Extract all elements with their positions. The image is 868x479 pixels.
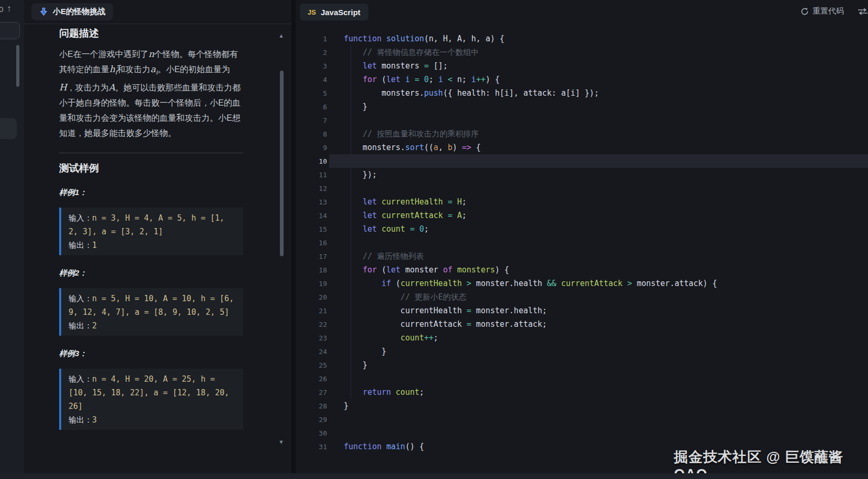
code-text: currentAttack = monster.attack; xyxy=(344,320,547,329)
sidebar-scrollbar-thumb[interactable] xyxy=(16,45,19,87)
line-number: 16 xyxy=(296,239,327,247)
line-number: 22 xyxy=(296,321,327,328)
swap-arrows-icon xyxy=(857,7,868,16)
code-text: }); xyxy=(344,170,377,179)
language-label: JavaScript xyxy=(321,8,360,17)
line-number: 13 xyxy=(296,198,327,206)
bottom-strip xyxy=(0,473,868,479)
problem-panel: 小E的怪物挑战 问题描述 小E在一个游戏中遇到了n个怪物。每个怪物都有其特定的血… xyxy=(24,0,291,479)
code-editor-panel: JS JavaScript 重置代码 1function solution(n,… xyxy=(296,0,868,479)
code-line[interactable]: 28} xyxy=(296,399,868,413)
code-text: // 按照血量和攻击力的乘积排序 xyxy=(344,129,479,139)
code-line[interactable]: 8 // 按照血量和攻击力的乘积排序 xyxy=(296,127,868,141)
line-number: 9 xyxy=(296,144,327,152)
line-number: 30 xyxy=(296,429,327,437)
code-line[interactable]: 27 return count; xyxy=(296,385,868,399)
code-text: let currentHealth = H; xyxy=(344,197,467,207)
code-line[interactable]: 30 xyxy=(296,426,868,440)
code-text: for (let monster of monsters) { xyxy=(344,265,509,275)
line-number: 31 xyxy=(296,443,327,451)
js-language-icon: JS xyxy=(308,8,316,16)
code-line[interactable]: 23 count++; xyxy=(296,331,868,345)
code-line[interactable]: 29 xyxy=(296,413,868,426)
code-text: function solution(n, H, A, h, a) { xyxy=(344,34,504,43)
math-variable: n xyxy=(149,49,154,59)
sample-label: 样例1： xyxy=(59,188,243,198)
reset-code-button[interactable]: 重置代码 xyxy=(801,6,844,16)
problem-paragraph: 小E在一个游戏中遇到了n个怪物。每个怪物都有其特定的血量hi和攻击力ai。小E的… xyxy=(59,47,243,141)
code-text: // 将怪物信息存储在一个数组中 xyxy=(344,48,479,58)
code-line[interactable]: 5 monsters.push({ health: h[i], attack: … xyxy=(296,86,868,100)
code-line[interactable]: 11 }); xyxy=(296,168,868,181)
code-text: monsters.push({ health: h[i], attack: a[… xyxy=(344,88,599,98)
code-area[interactable]: 1function solution(n, H, A, h, a) {2 // … xyxy=(296,32,868,453)
code-line[interactable]: 13 let currentHealth = H; xyxy=(296,195,868,209)
sample-io-row: 输入：n = 5, H = 10, A = 10, h = [6, 9, 12,… xyxy=(69,292,236,319)
line-number: 26 xyxy=(296,375,327,383)
sidebar-item-partial[interactable] xyxy=(0,118,17,139)
samples-heading: 测试样例 xyxy=(59,162,243,175)
math-variable: hi xyxy=(109,64,117,74)
line-number: 3 xyxy=(296,62,327,70)
code-line[interactable]: 20 // 更新小E的状态 xyxy=(296,290,868,304)
line-number: 7 xyxy=(296,117,327,124)
code-text: currentHealth = monster.health; xyxy=(344,306,547,315)
problem-title: 小E的怪物挑战 xyxy=(53,7,105,17)
code-line[interactable]: 21 currentHealth = monster.health; xyxy=(296,304,868,317)
line-number: 11 xyxy=(296,171,327,179)
line-number: 14 xyxy=(296,212,327,220)
code-line[interactable]: 2 // 将怪物信息存储在一个数组中 xyxy=(296,45,868,59)
code-text: let count = 0; xyxy=(344,224,429,234)
line-number: 12 xyxy=(296,185,327,192)
math-variable: A xyxy=(109,82,115,93)
sample-label: 样例3： xyxy=(59,349,243,359)
line-number: 5 xyxy=(296,89,327,97)
sidebar-button-partial[interactable] xyxy=(0,22,20,39)
code-line[interactable]: 10 xyxy=(296,154,868,168)
code-text: count++; xyxy=(344,333,438,343)
code-line[interactable]: 17 // 遍历怪物列表 xyxy=(296,249,868,263)
code-line[interactable]: 12 xyxy=(296,181,868,195)
language-selector[interactable]: JS JavaScript xyxy=(300,4,368,20)
collapse-section-icon[interactable]: ▲ xyxy=(278,33,284,39)
code-line[interactable]: 6 } xyxy=(296,100,868,113)
problem-scrollbar-thumb[interactable] xyxy=(280,71,284,256)
code-text: function main() { xyxy=(344,442,424,451)
line-number: 1 xyxy=(296,35,327,43)
sample-io-row: 输出：3 xyxy=(69,413,236,427)
format-code-button[interactable] xyxy=(857,7,868,16)
code-line[interactable]: 4 for (let i = 0; i < n; i++) { xyxy=(296,73,868,86)
problem-content: 问题描述 小E在一个游戏中遇到了n个怪物。每个怪物都有其特定的血量hi和攻击力a… xyxy=(59,24,243,430)
code-line[interactable]: 3 let monsters = []; xyxy=(296,59,868,73)
code-line[interactable]: 19 if (currentHealth > monster.health &&… xyxy=(296,277,868,290)
code-line[interactable]: 9 monsters.sort((a, b) => { xyxy=(296,141,868,154)
section-divider xyxy=(59,153,243,153)
line-number: 4 xyxy=(296,76,327,84)
code-line[interactable]: 22 currentAttack = monster.attack; xyxy=(296,317,868,331)
line-number: 18 xyxy=(296,266,327,274)
problem-tab[interactable]: 小E的怪物挑战 xyxy=(31,3,113,20)
code-text: } xyxy=(344,360,367,370)
code-line[interactable]: 26 xyxy=(296,372,868,385)
line-number: 25 xyxy=(296,361,327,369)
panel-divider[interactable] xyxy=(291,0,296,479)
sample-io-row: 输入：n = 3, H = 4, A = 5, h = [1, 2, 3], a… xyxy=(69,211,236,238)
code-line[interactable]: 15 let count = 0; xyxy=(296,222,868,236)
sample-io-row: 输入：n = 4, H = 20, A = 25, h = [10, 15, 1… xyxy=(69,372,236,413)
code-line[interactable]: 25 } xyxy=(296,358,868,372)
code-line[interactable]: 7 xyxy=(296,113,868,127)
code-line[interactable]: 24 } xyxy=(296,345,868,358)
code-line[interactable]: 16 xyxy=(296,236,868,249)
sample-code-block: 输入：n = 5, H = 10, A = 10, h = [6, 9, 12,… xyxy=(59,288,243,336)
line-number: 20 xyxy=(296,293,327,301)
line-number: 21 xyxy=(296,307,327,315)
math-variable: H xyxy=(59,82,67,93)
line-number: 15 xyxy=(296,225,327,233)
line-number: 19 xyxy=(296,280,327,288)
code-line[interactable]: 18 for (let monster of monsters) { xyxy=(296,263,868,277)
code-line[interactable]: 1function solution(n, H, A, h, a) { xyxy=(296,32,868,45)
sample-code-block: 输入：n = 3, H = 4, A = 5, h = [1, 2, 3], a… xyxy=(59,208,243,255)
code-line[interactable]: 14 let currentAttack = A; xyxy=(296,209,868,222)
code-text: let monsters = []; xyxy=(344,61,448,71)
scroll-more-icon[interactable]: ▼ xyxy=(278,439,284,445)
